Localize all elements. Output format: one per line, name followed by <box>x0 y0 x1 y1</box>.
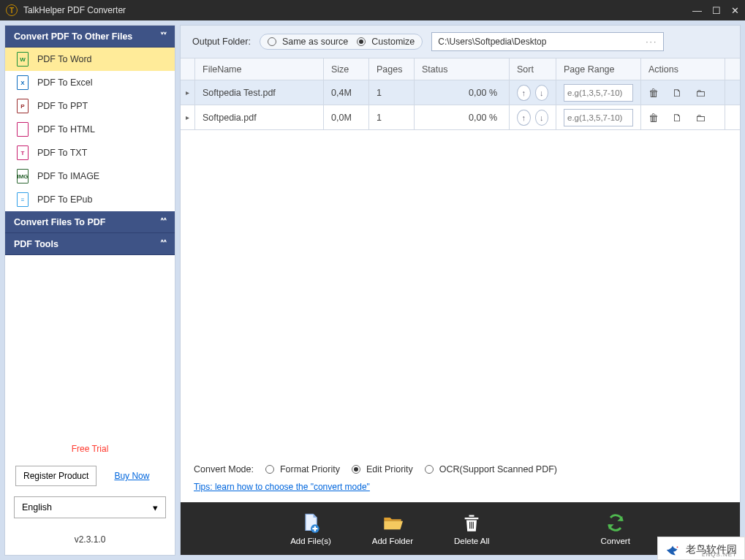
file-icon[interactable]: 🗋 <box>672 112 682 124</box>
panel-label: Convert Files To PDF <box>14 217 105 227</box>
radio-ocr[interactable] <box>425 465 434 474</box>
close-button[interactable]: ✕ <box>731 5 739 16</box>
format-icon: X <box>17 75 29 90</box>
page-range-input[interactable] <box>564 84 633 102</box>
maximize-button[interactable]: ☐ <box>712 5 721 16</box>
folder-icon[interactable]: 🗀 <box>695 87 706 99</box>
sidebar-item-pdf-to-html[interactable]: PDF To HTML <box>5 118 175 141</box>
move-down-button[interactable]: ↓ <box>535 110 549 126</box>
radio-customize[interactable] <box>357 37 366 46</box>
expand-icon[interactable]: ▸ <box>181 105 195 130</box>
radio-edit-priority[interactable] <box>352 465 360 474</box>
radio-same-as-source[interactable] <box>268 37 276 46</box>
language-select[interactable]: English ▾ <box>14 496 166 518</box>
sidebar-item-pdf-to-epub[interactable]: ≡PDF To EPub <box>5 188 175 211</box>
delete-all-button[interactable]: Delete All <box>454 512 490 545</box>
table-header: FileName Size Pages Status Sort Page Ran… <box>181 58 740 80</box>
browse-icon[interactable]: ··· <box>646 37 657 47</box>
cell-status: 0,00 % <box>415 105 510 130</box>
register-button[interactable]: Register Product <box>15 466 97 486</box>
sidebar-item-label: PDF To Word <box>37 54 92 64</box>
minimize-button[interactable]: — <box>692 5 702 16</box>
sidebar-item-label: PDF To TXT <box>37 148 87 158</box>
convert-mode-label: Convert Mode: <box>194 464 254 474</box>
page-range-input[interactable] <box>564 109 633 126</box>
folder-icon[interactable]: 🗀 <box>695 112 706 124</box>
radio-label: Same as source <box>282 37 348 47</box>
version-label: v2.3.1.0 <box>5 529 175 555</box>
format-icon: P <box>17 99 29 113</box>
action-label: Add Folder <box>372 537 413 545</box>
convert-icon <box>605 512 626 534</box>
svg-point-1 <box>677 546 678 548</box>
output-radio-group: Same as source Customize <box>260 34 423 50</box>
app-title: TalkHelper PDF Converter <box>23 5 692 15</box>
delete-icon[interactable]: 🗑 <box>648 112 659 124</box>
radio-label: Edit Priority <box>366 464 413 474</box>
action-label: Delete All <box>454 537 490 545</box>
cell-range <box>556 105 641 130</box>
panel-label: PDF Tools <box>14 239 58 249</box>
col-filename[interactable]: FileName <box>195 58 324 80</box>
radio-label: OCR(Support Scanned PDF) <box>439 464 557 474</box>
sidebar-item-pdf-to-excel[interactable]: XPDF To Excel <box>5 71 175 94</box>
format-icon: IMG <box>17 169 29 183</box>
add-folder-button[interactable]: Add Folder <box>372 512 413 545</box>
convert-button[interactable]: Convert <box>601 512 630 545</box>
output-folder-row: Output Folder: Same as source Customize … <box>181 26 740 58</box>
add-files-button[interactable]: Add File(s) <box>290 512 331 545</box>
language-value: English <box>22 502 52 512</box>
action-bar: Add File(s) Add Folder Delete All Conver <box>181 502 740 555</box>
panel-convert-to-pdf[interactable]: Convert Files To PDF ˄˄ <box>5 211 175 233</box>
action-label: Add File(s) <box>290 537 331 545</box>
col-expand <box>181 58 195 80</box>
sidebar-item-label: PDF To IMAGE <box>37 171 99 181</box>
sidebar-list: WPDF To WordXPDF To ExcelPPDF To PPTPDF … <box>5 48 175 211</box>
panel-convert-to-other[interactable]: Convert PDF To Other Files ˅˅ <box>5 26 175 48</box>
panel-pdf-tools[interactable]: PDF Tools ˄˄ <box>5 233 175 255</box>
move-up-button[interactable]: ↑ <box>517 110 531 126</box>
col-status[interactable]: Status <box>415 58 510 80</box>
output-path-input[interactable]: C:\Users\Softpedia\Desktop ··· <box>431 32 664 51</box>
table-body: ▸Softpedia Test.pdf0,4M10,00 %↑↓🗑🗋🗀▸Soft… <box>181 80 740 130</box>
move-up-button[interactable]: ↑ <box>517 85 531 101</box>
table-row[interactable]: ▸Softpedia.pdf0,0M10,00 %↑↓🗑🗋🗀 <box>181 105 740 130</box>
sidebar-item-pdf-to-image[interactable]: IMGPDF To IMAGE <box>5 164 175 188</box>
cell-pages: 1 <box>369 105 415 130</box>
format-icon <box>17 122 29 137</box>
expand-icon[interactable]: ▸ <box>181 80 195 105</box>
convert-mode-row: Convert Mode: Format Priority Edit Prior… <box>181 454 740 479</box>
cell-sort: ↑↓ <box>510 80 556 105</box>
radio-label: Customize <box>371 37 415 47</box>
col-range[interactable]: Page Range <box>556 58 641 80</box>
sidebar-item-pdf-to-word[interactable]: WPDF To Word <box>5 48 175 71</box>
chevron-down-icon: ▾ <box>153 502 158 513</box>
format-icon: ≡ <box>17 192 29 207</box>
content-panel: Output Folder: Same as source Customize … <box>180 25 741 556</box>
panel-label: Convert PDF To Other Files <box>14 31 132 42</box>
radio-format-priority[interactable] <box>265 465 274 474</box>
sidebar-item-pdf-to-txt[interactable]: TPDF To TXT <box>5 141 175 164</box>
file-icon[interactable]: 🗋 <box>672 87 682 99</box>
col-sort[interactable]: Sort <box>510 58 556 80</box>
cell-sort: ↑↓ <box>510 105 556 130</box>
delete-icon[interactable]: 🗑 <box>648 87 659 99</box>
tips-link[interactable]: Tips: learn how to choose the "convert m… <box>194 482 370 492</box>
tips-row: Tips: learn how to choose the "convert m… <box>181 479 740 502</box>
cell-actions: 🗑🗋🗀 <box>641 105 725 130</box>
title-bar: T TalkHelper PDF Converter — ☐ ✕ <box>0 0 745 20</box>
col-actions[interactable]: Actions <box>641 58 725 80</box>
cell-actions: 🗑🗋🗀 <box>641 80 725 105</box>
col-pages[interactable]: Pages <box>369 58 415 80</box>
cell-range <box>556 80 641 105</box>
table-row[interactable]: ▸Softpedia Test.pdf0,4M10,00 %↑↓🗑🗋🗀 <box>181 80 740 105</box>
sidebar-item-label: PDF To Excel <box>37 77 93 88</box>
move-down-button[interactable]: ↓ <box>535 85 549 101</box>
action-label: Convert <box>601 537 630 545</box>
buy-now-link[interactable]: Buy Now <box>114 471 149 481</box>
col-size[interactable]: Size <box>324 58 369 80</box>
free-trial-label: Free Trial <box>5 432 175 466</box>
sidebar-item-pdf-to-ppt[interactable]: PPDF To PPT <box>5 94 175 118</box>
watermark-sub: LNQS.NET <box>702 551 737 558</box>
file-add-icon <box>300 512 321 534</box>
